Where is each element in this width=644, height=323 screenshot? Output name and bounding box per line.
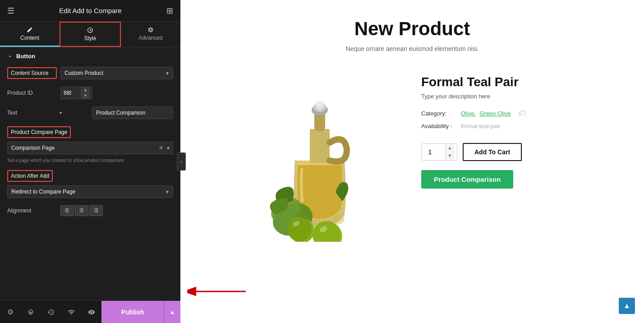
content-source-select[interactable]: Custom Product Current Product	[60, 67, 173, 79]
category-link-green-olive[interactable]: Green Olive	[479, 110, 511, 117]
responsive-footer-button[interactable]	[61, 301, 81, 323]
quantity-wrapper: ▲ ▼	[421, 143, 457, 161]
text-row: Text ✦	[0, 103, 180, 123]
scroll-top-button[interactable]: ▲	[619, 298, 635, 314]
content-source-label: Content Source	[7, 67, 57, 79]
text-input[interactable]	[92, 106, 173, 119]
product-id-control: ▲ ▼	[60, 87, 173, 99]
action-select[interactable]: Redirect to Compare Page Stay on Page Po…	[7, 185, 173, 198]
align-center-button[interactable]	[75, 205, 88, 216]
collapse-panel-button[interactable]: ‹	[177, 152, 186, 171]
product-details: Formal Teal Pair Type your description h…	[421, 70, 588, 189]
text-control	[92, 106, 173, 119]
tab-advanced[interactable]: Advanced	[121, 22, 180, 47]
svg-rect-1	[310, 129, 330, 163]
comparison-page-hint: Set a page which you created to show pro…	[0, 158, 180, 166]
alignment-buttons	[60, 205, 103, 216]
section-button-label: Button	[16, 53, 35, 60]
product-image-container	[236, 70, 403, 242]
hamburger-button[interactable]: ☰	[7, 6, 14, 16]
settings-footer-button[interactable]: ⚙	[0, 301, 20, 323]
tab-advanced-label: Advanced	[138, 35, 162, 41]
category-links: Olive. Green Olive	[461, 110, 511, 117]
panel-content: Button Content Source Custom Product Cur…	[0, 47, 180, 300]
product-id-row: Product ID ▲ ▼	[0, 83, 180, 103]
panel-footer: ⚙ Publish ▲	[0, 300, 180, 323]
product-id-input[interactable]	[61, 87, 81, 99]
quantity-arrows: ▲ ▼	[445, 144, 454, 160]
tag-icon: 🏷	[518, 109, 526, 118]
product-id-arrows: ▲ ▼	[81, 87, 90, 99]
comparison-page-select[interactable]: Comparison Page	[7, 142, 173, 154]
product-name: Formal Teal Pair	[421, 75, 588, 89]
quantity-down-arrow[interactable]: ▼	[446, 152, 454, 160]
product-section: Formal Teal Pair Type your description h…	[209, 61, 615, 251]
left-panel: ☰ Edit Add to Compare ⊞ Content Style Ad…	[0, 0, 180, 323]
category-row: Category: Olive. Green Olive 🏷	[421, 109, 588, 118]
product-description: Type your description here	[421, 93, 588, 100]
product-compare-page-label: Product Compare Page	[7, 126, 71, 138]
tab-content[interactable]: Content	[0, 22, 60, 47]
right-panel: New Product Neque ornare aenean euismod …	[180, 0, 644, 323]
product-id-input-wrapper: ▲ ▼	[60, 87, 92, 99]
panel-tabs: Content Style Advanced	[0, 22, 180, 47]
comparison-page-wrapper: Comparison Page ✕ ▼	[7, 142, 173, 154]
product-id-up-arrow[interactable]: ▲	[81, 87, 90, 93]
clear-comparison-page-button[interactable]: ✕	[159, 145, 163, 151]
grid-button[interactable]: ⊞	[166, 6, 173, 16]
align-right-button[interactable]	[89, 205, 103, 216]
product-image	[257, 70, 383, 242]
add-to-cart-row: ▲ ▼ Add To Cart	[421, 143, 588, 161]
category-link-olive[interactable]: Olive.	[461, 110, 476, 117]
svg-point-6	[317, 101, 323, 107]
availability-row: Availability : formal-teal-pair	[421, 123, 588, 129]
dynamic-text-icon: ✦	[59, 110, 63, 116]
preview-footer-button[interactable]	[81, 301, 101, 323]
availability-value: formal-teal-pair	[461, 123, 500, 129]
preview-hero: New Product Neque ornare aenean euismod …	[180, 0, 644, 61]
preview-area: New Product Neque ornare aenean euismod …	[180, 0, 644, 323]
action-after-add-label: Action After Add	[7, 170, 53, 182]
publish-button[interactable]: Publish	[101, 301, 164, 323]
publish-chevron-button[interactable]: ▲	[164, 301, 180, 323]
product-id-label: Product ID	[7, 90, 57, 96]
svg-point-11	[287, 217, 312, 241]
product-id-down-arrow[interactable]: ▼	[81, 93, 90, 99]
quantity-input[interactable]	[422, 144, 445, 160]
panel-header: ☰ Edit Add to Compare ⊞	[0, 0, 180, 22]
availability-label: Availability :	[421, 123, 457, 129]
comparison-page-row: Comparison Page ✕ ▼	[0, 142, 180, 158]
quantity-up-arrow[interactable]: ▲	[446, 144, 454, 152]
content-source-row: Content Source Custom Product Current Pr…	[0, 63, 180, 83]
action-select-wrapper: Redirect to Compare Page Stay on Page Po…	[7, 185, 173, 198]
preview-hero-title: New Product	[189, 18, 635, 40]
layers-footer-button[interactable]	[20, 301, 41, 323]
content-source-select-wrapper: Custom Product Current Product ▼	[60, 67, 173, 79]
preview-hero-subtitle: Neque ornare aenean euismod elementum ni…	[189, 45, 635, 52]
action-after-add-row: Action After Add	[0, 166, 180, 185]
tab-style[interactable]: Style	[60, 22, 121, 47]
history-footer-button[interactable]	[41, 301, 61, 323]
content-source-control: Custom Product Current Product ▼	[60, 67, 173, 79]
text-label-wrapper: Text ✦	[7, 110, 88, 116]
panel-title: Edit Add to Compare	[59, 7, 121, 14]
action-select-row: Redirect to Compare Page Stay on Page Po…	[0, 185, 180, 202]
section-button[interactable]: Button	[0, 47, 180, 63]
text-label: Text	[7, 110, 57, 116]
product-compare-page-row: Product Compare Page	[0, 123, 180, 142]
align-left-button[interactable]	[60, 205, 74, 216]
tab-content-label: Content	[20, 35, 39, 41]
tab-style-label: Style	[84, 35, 97, 42]
alignment-control	[60, 205, 173, 216]
add-to-cart-button[interactable]: Add To Cart	[463, 143, 522, 161]
alignment-label: Alignment	[7, 208, 57, 214]
alignment-row: Alignment	[0, 202, 180, 220]
product-comparison-button[interactable]: Product Comparison	[421, 170, 513, 189]
category-label: Category:	[421, 110, 457, 117]
